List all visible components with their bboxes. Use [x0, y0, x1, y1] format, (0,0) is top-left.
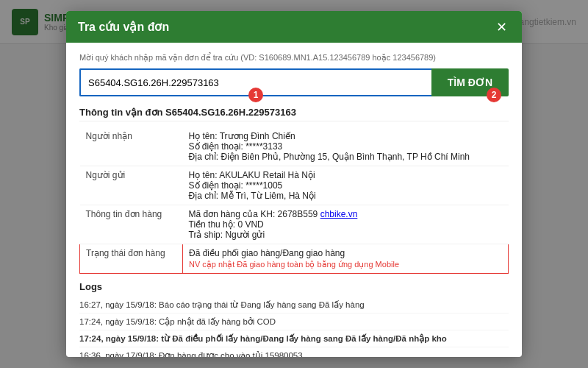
- tracking-modal: Tra cứu vận đơn ✕ Mời quý khách nhập mã …: [66, 11, 522, 357]
- row-label: Người gửi: [80, 166, 183, 205]
- row-label: Người nhận: [80, 127, 183, 166]
- row-value: Họ tên: AKULAKU Retail Hà Nội Số điện th…: [183, 166, 509, 205]
- modal-title: Tra cứu vận đơn: [78, 20, 169, 34]
- row-label: Trạng thái đơn hàng: [80, 244, 183, 274]
- row-value: Đã điều phối giao hàng/Đang giao hàng NV…: [183, 244, 509, 274]
- log-item: 16:27, ngày 15/9/18: Báo cáo trạng thái …: [79, 297, 509, 314]
- row-value: Mã đơn hàng của KH: 2678B559 chbike.vn T…: [183, 205, 509, 244]
- info-section-title: Thông tin vận đơn S65404.SG16.26H.229573…: [79, 107, 509, 121]
- log-item: 16:36, ngày 17/9/18: Đơn hàng được cho v…: [79, 347, 509, 357]
- modal-body: Mời quý khách nhập mã vận đơn để tra cứu…: [66, 43, 522, 357]
- table-row: Thông tin đơn hàng Mã đơn hàng của KH: 2…: [80, 205, 509, 244]
- modal-close-button[interactable]: ✕: [493, 21, 510, 34]
- order-link[interactable]: chbike.vn: [320, 209, 358, 219]
- status-row: Trạng thái đơn hàng Đã điều phối giao hà…: [80, 244, 509, 274]
- log-item: 17:24, ngày 15/9/18: từ Đã điều phối lấy…: [79, 330, 509, 347]
- modal-header: Tra cứu vận đơn ✕: [66, 11, 522, 43]
- search-row: TÌM ĐƠN 1 2: [79, 68, 509, 96]
- logs-list: 16:27, ngày 15/9/18: Báo cáo trạng thái …: [79, 297, 509, 357]
- badge-1: 1: [248, 88, 263, 102]
- row-label: Thông tin đơn hàng: [80, 205, 183, 244]
- logs-title: Logs: [79, 281, 509, 292]
- info-table: Người nhận Họ tên: Trương Đình Chiến Số …: [79, 127, 509, 274]
- status-sub: NV cập nhật Đã giao hàng toàn bộ bằng ứn…: [189, 260, 502, 269]
- search-hint: Mời quý khách nhập mã vận đơn để tra cứu…: [79, 53, 509, 63]
- table-row: Người gửi Họ tên: AKULAKU Retail Hà Nội …: [80, 166, 509, 205]
- row-value: Họ tên: Trương Đình Chiến Số điện thoại:…: [183, 127, 509, 166]
- table-row: Người nhận Họ tên: Trương Đình Chiến Số …: [80, 127, 509, 166]
- badge-2: 2: [487, 88, 501, 102]
- status-main: Đã điều phối giao hàng/Đang giao hàng: [189, 248, 502, 258]
- log-item: 17:24, ngày 15/9/18: Cập nhật đã lấy hàn…: [79, 314, 509, 330]
- modal-backdrop: Tra cứu vận đơn ✕ Mời quý khách nhập mã …: [0, 0, 588, 368]
